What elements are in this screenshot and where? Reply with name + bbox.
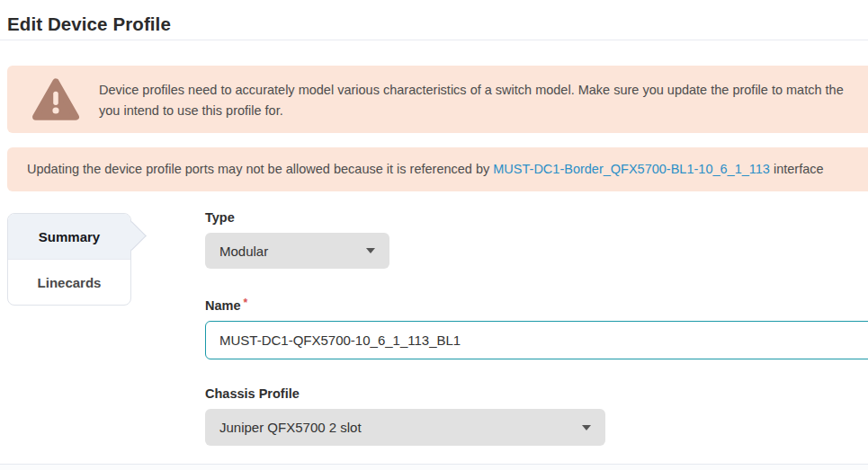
chevron-down-icon xyxy=(366,248,375,253)
bottom-strip xyxy=(0,465,868,470)
tab-summary[interactable]: Summary xyxy=(8,214,130,259)
chassis-profile-dropdown-value: Juniper QFX5700 2 slot xyxy=(219,420,362,435)
chassis-profile-label: Chassis Profile xyxy=(205,386,300,401)
reference-banner-text-suffix: interface xyxy=(770,162,824,176)
chevron-down-icon xyxy=(582,425,591,430)
chassis-profile-dropdown[interactable]: Juniper QFX5700 2 slot xyxy=(205,409,605,446)
name-input[interactable] xyxy=(205,321,868,359)
name-label-text: Name xyxy=(205,298,241,313)
required-asterisk: * xyxy=(244,297,248,309)
reference-banner-text: Updating the device profile ports may no… xyxy=(27,162,493,176)
type-dropdown-value: Modular xyxy=(219,244,268,259)
type-label: Type xyxy=(205,210,235,225)
warning-banner-text: Device profiles need to accurately model… xyxy=(99,80,844,121)
tab-linecards[interactable]: Linecards xyxy=(8,259,130,305)
title-divider xyxy=(0,40,868,40)
edit-device-profile-page: Edit Device Profile Device profiles need… xyxy=(0,0,868,470)
warning-triangle-icon xyxy=(31,76,81,122)
referenced-interface-map-link[interactable]: MUST-DC1-Border_QFX5700-BL1-10_6_1_113 xyxy=(493,162,770,176)
warning-banner-line1: Device profiles need to accurately model… xyxy=(99,80,844,101)
warning-banner: Device profiles need to accurately model… xyxy=(7,66,868,133)
type-dropdown[interactable]: Modular xyxy=(205,233,389,269)
profile-section-tabs: Summary Linecards xyxy=(7,213,131,306)
page-title: Edit Device Profile xyxy=(7,13,171,35)
reference-banner: Updating the device profile ports may no… xyxy=(7,147,868,191)
name-label: Name* xyxy=(205,298,247,313)
warning-banner-line2: you intend to use this profile for. xyxy=(99,101,844,121)
